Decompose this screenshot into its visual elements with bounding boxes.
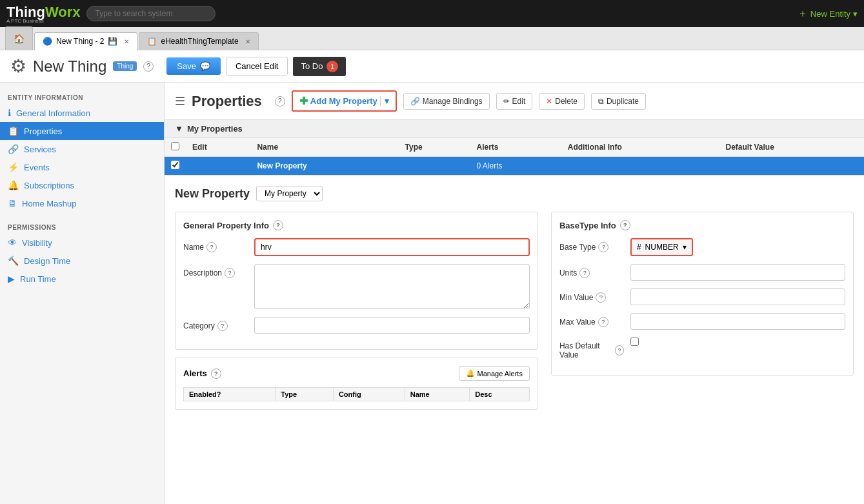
duplicate-button[interactable]: ⧉ Duplicate <box>591 93 646 110</box>
alerts-help-icon[interactable]: ? <box>211 368 221 379</box>
tab-new-thing[interactable]: 🔵 New Thing - 2 💾 ✕ <box>34 32 137 50</box>
basetype-section-title: BaseType Info ? <box>559 220 845 230</box>
top-navbar: ThingWorx A PTC Business ＋ New Entity ▾ <box>0 0 864 27</box>
category-input[interactable] <box>254 317 530 334</box>
sidebar-item-general-info[interactable]: ℹ General Information <box>0 104 164 122</box>
tab-icon-new-thing: 🔵 <box>43 37 52 46</box>
cancel-edit-button[interactable]: Cancel Edit <box>226 57 288 76</box>
manage-bindings-button[interactable]: 🔗 Manage Bindings <box>403 93 490 110</box>
chat-icon: 💬 <box>200 61 210 71</box>
services-icon: 🔗 <box>8 144 19 154</box>
properties-title: Properties <box>192 93 262 110</box>
row-checkbox[interactable] <box>171 161 179 169</box>
my-property-dropdown[interactable]: My Property <box>256 186 323 201</box>
help-icon[interactable]: ? <box>143 61 154 72</box>
sidebar-item-home-mashup[interactable]: 🖥 Home Mashup <box>0 194 164 212</box>
sidebar-item-subscriptions[interactable]: 🔔 Subscriptions <box>0 176 164 194</box>
row-default-value-cell <box>719 157 864 176</box>
add-my-property-button[interactable]: ✚ Add My Property ▾ <box>292 90 397 112</box>
min-value-input[interactable] <box>630 288 845 305</box>
table-row[interactable]: New Property 0 Alerts <box>165 157 864 176</box>
alerts-col-enabled: Enabled? <box>184 388 276 401</box>
sidebar: ENTITY INFORMATION ℹ General Information… <box>0 83 165 504</box>
row-checkbox-cell <box>165 157 186 176</box>
entity-info-section-title: ENTITY INFORMATION <box>0 89 164 104</box>
edit-button[interactable]: ✏ Edit <box>496 93 533 110</box>
tab-icon-ehealth: 📋 <box>147 37 157 46</box>
description-help-icon[interactable]: ? <box>225 268 235 278</box>
content-area: ☰ Properties ? ✚ Add My Property ▾ 🔗 Man… <box>165 83 864 504</box>
collapse-icon[interactable]: ▼ <box>175 124 183 134</box>
new-entity-button[interactable]: ＋ New Entity ▾ <box>798 7 858 21</box>
sidebar-item-visibility[interactable]: 👁 Visibility <box>0 234 164 252</box>
min-value-help-icon[interactable]: ? <box>596 292 606 303</box>
base-type-help-icon[interactable]: ? <box>598 242 608 252</box>
save-button[interactable]: Save 💬 <box>166 57 221 75</box>
tab-bar: 🏠 🔵 New Thing - 2 💾 ✕ 📋 eHealthThingTemp… <box>0 27 864 50</box>
delete-button[interactable]: ✕ Delete <box>539 93 585 110</box>
col-header-edit: Edit <box>186 138 250 157</box>
name-input[interactable] <box>254 238 530 256</box>
base-type-dropdown-arrow: ▾ <box>683 243 687 252</box>
tab-ehealth[interactable]: 📋 eHealthThingTemplate ✕ <box>139 32 258 50</box>
basetype-help-icon[interactable]: ? <box>620 220 630 230</box>
max-value-help-icon[interactable]: ? <box>598 317 608 327</box>
permissions-section-title: PERMISSIONS <box>0 219 164 234</box>
tab-close-ehealth[interactable]: ✕ <box>245 38 250 45</box>
events-icon: ⚡ <box>8 162 19 172</box>
units-label: Units ? <box>559 264 624 278</box>
base-type-dropdown[interactable]: # NUMBER ▾ <box>630 238 693 256</box>
sidebar-item-properties[interactable]: 📋 Properties <box>0 122 164 140</box>
has-default-checkbox[interactable] <box>630 338 639 346</box>
duplicate-label: Duplicate <box>607 97 639 106</box>
subscriptions-icon: 🔔 <box>8 180 19 190</box>
property-form: New Property My Property General Propert… <box>165 176 864 420</box>
properties-table: Edit Name Type Alerts Additional Info De… <box>165 138 864 176</box>
has-default-row: Has Default Value ? <box>559 338 845 359</box>
todo-button[interactable]: To Do 1 <box>293 57 346 76</box>
sidebar-label-design-time: Design Time <box>24 256 70 266</box>
tab-close-new-thing[interactable]: ✕ <box>124 38 129 45</box>
max-value-input[interactable] <box>630 313 845 330</box>
general-help-icon[interactable]: ? <box>273 220 283 230</box>
sidebar-item-services[interactable]: 🔗 Services <box>0 140 164 158</box>
units-help-icon[interactable]: ? <box>579 268 590 278</box>
sidebar-item-design-time[interactable]: 🔨 Design Time <box>0 252 164 270</box>
manage-bindings-label: Manage Bindings <box>423 97 483 106</box>
units-input[interactable] <box>630 264 845 281</box>
manage-alerts-button[interactable]: 🔔 Manage Alerts <box>459 366 530 381</box>
sidebar-item-events[interactable]: ⚡ Events <box>0 158 164 176</box>
add-property-dropdown-arrow[interactable]: ▾ <box>380 96 389 106</box>
col-header-name: Name <box>250 138 398 157</box>
search-input[interactable] <box>86 6 216 21</box>
category-label: Category ? <box>183 317 248 331</box>
sidebar-label-events: Events <box>24 163 50 172</box>
select-all-checkbox[interactable] <box>171 142 179 150</box>
right-form-section: BaseType Info ? Base Type ? # NUMBER <box>551 212 854 410</box>
tab-save-icon: 💾 <box>108 37 117 46</box>
sidebar-label-general-info: General Information <box>16 108 90 118</box>
has-default-help-icon[interactable]: ? <box>615 345 624 356</box>
bell-icon: 🔔 <box>466 369 475 378</box>
category-help-icon[interactable]: ? <box>217 321 228 331</box>
add-my-property-label: Add My Property <box>310 96 377 106</box>
tab-home[interactable]: 🏠 <box>5 26 33 50</box>
properties-help-icon[interactable]: ? <box>275 96 285 106</box>
alerts-col-desc: Desc <box>470 388 530 401</box>
left-form-section: General Property Info ? Name ? <box>175 212 538 410</box>
description-input[interactable] <box>254 264 530 309</box>
has-default-label: Has Default Value ? <box>559 338 624 359</box>
save-label: Save <box>177 61 196 71</box>
row-type-cell <box>399 157 470 176</box>
col-header-default-value: Default Value <box>719 138 864 157</box>
sidebar-item-run-time[interactable]: ▶ Run Time <box>0 270 164 288</box>
main-layout: ENTITY INFORMATION ℹ General Information… <box>0 83 864 504</box>
alerts-col-config: Config <box>333 388 405 401</box>
x-icon: ✕ <box>546 97 552 106</box>
entity-title: New Thing <box>33 57 106 76</box>
col-header-alerts: Alerts <box>470 138 561 157</box>
name-help-icon[interactable]: ? <box>206 242 217 252</box>
sidebar-label-home-mashup: Home Mashup <box>22 199 77 208</box>
min-value-label: Min Value ? <box>559 288 624 303</box>
row-alerts-cell: 0 Alerts <box>470 157 561 176</box>
